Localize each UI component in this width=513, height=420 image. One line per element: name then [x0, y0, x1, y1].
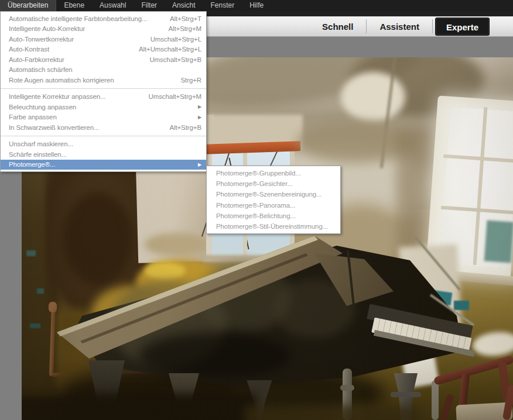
menu-item-label: Automatische intelligente Farbtonbearbei…: [9, 15, 170, 22]
menu-item-automatisch-schaerfen[interactable]: Automatisch schärfen: [1, 65, 206, 75]
menu-item-label: Photomerge®-Belichtung...: [216, 212, 336, 219]
menu-item-auto-kontrast[interactable]: Auto-Kontrast Alt+Umschalt+Strg+L: [1, 44, 206, 55]
menu-item-schaerfe-einstellen[interactable]: Schärfe einstellen...: [1, 149, 206, 160]
menu-item-shortcut: Umschalt+Strg+B: [149, 56, 201, 63]
menu-item-label: Beleuchtung anpassen: [9, 104, 194, 111]
tab-divider: [366, 19, 367, 33]
photomerge-submenu: Photomerge®-Gruppenbild... Photomerge®-G…: [206, 166, 341, 234]
menu-item-label: Unscharf maskieren...: [9, 140, 201, 147]
submenu-item-szenenbereinigung[interactable]: Photomerge®-Szenenbereinigung...: [207, 189, 340, 199]
menu-item-auto-tonwertkorrektur[interactable]: Auto-Tonwertkorrektur Umschalt+Strg+L: [1, 34, 206, 44]
menubar-item-ansicht[interactable]: Ansicht: [165, 0, 203, 11]
menu-item-label: Photomerge®-Panorama...: [216, 202, 336, 209]
menu-item-label: Auto-Tonwertkorrektur: [9, 36, 151, 43]
submenu-arrow-icon: ▶: [198, 115, 201, 120]
submenu-item-gruppenbild[interactable]: Photomerge®-Gruppenbild...: [207, 168, 340, 178]
menu-separator: [1, 88, 206, 89]
submenu-item-gesichter[interactable]: Photomerge®-Gesichter...: [207, 178, 340, 189]
menu-item-intelligente-auto-korrektur[interactable]: Intelligente Auto-Korrektur Alt+Strg+M: [1, 24, 206, 35]
menu-bar: Überarbeiten Ebene Auswahl Filter Ansich…: [0, 0, 513, 11]
menu-item-farbe-anpassen[interactable]: Farbe anpassen ▶: [1, 112, 206, 123]
menu-item-schwarzweiss-konvertieren[interactable]: In Schwarzweiß konvertieren... Alt+Strg+…: [1, 122, 206, 133]
tab-experte[interactable]: Experte: [435, 18, 490, 36]
menu-item-photomerge[interactable]: Photomerge®... ▶: [1, 160, 206, 170]
submenu-item-panorama[interactable]: Photomerge®-Panorama...: [207, 200, 340, 211]
menu-item-shortcut: Alt+Strg+B: [169, 124, 201, 131]
menu-item-label: In Schwarzweiß konvertieren...: [9, 124, 169, 131]
menubar-item-filter[interactable]: Filter: [134, 0, 165, 11]
menu-item-label: Photomerge®-Szenenbereinigung...: [216, 191, 336, 198]
menu-item-unscharf-maskieren[interactable]: Unscharf maskieren...: [1, 139, 206, 150]
menu-item-label: Intelligente Auto-Korrektur: [9, 25, 168, 32]
menubar-item-fenster[interactable]: Fenster: [203, 0, 242, 11]
menu-item-label: Rote Augen automatisch korrigieren: [9, 77, 180, 84]
menu-item-label: Automatisch schärfen: [9, 66, 201, 73]
menu-item-shortcut: Umschalt+Strg+M: [148, 93, 201, 100]
menubar-item-ueberarbeiten[interactable]: Überarbeiten: [0, 0, 56, 11]
app-window: Schnell Assistent Experte Überarbeiten E…: [0, 0, 513, 420]
submenu-arrow-icon: ▶: [198, 104, 201, 109]
menu-item-label: Photomerge®-Gesichter...: [216, 180, 336, 187]
menu-item-beleuchtung-anpassen[interactable]: Beleuchtung anpassen ▶: [1, 102, 206, 112]
submenu-arrow-icon: ▶: [198, 162, 201, 167]
menubar-item-hilfe[interactable]: Hilfe: [242, 0, 271, 11]
menu-item-label: Photomerge®-Gruppenbild...: [216, 170, 336, 177]
menu-separator: [1, 136, 206, 136]
submenu-item-stil-uebereinstimmung[interactable]: Photomerge®-Stil-Übereinstimmung...: [207, 221, 340, 232]
menu-item-label: Photomerge®...: [9, 161, 194, 168]
menu-item-label: Schärfe einstellen...: [9, 151, 201, 158]
menu-item-intelligente-korrektur-anpassen[interactable]: Intelligente Korrektur anpassen... Umsch…: [1, 92, 206, 102]
menu-item-shortcut: Alt+Umschalt+Strg+L: [139, 46, 201, 53]
menu-item-shortcut: Strg+R: [180, 77, 201, 84]
menu-item-label: Auto-Kontrast: [9, 46, 139, 53]
menubar-item-auswahl[interactable]: Auswahl: [92, 0, 134, 11]
menu-item-auto-farbkorrektur[interactable]: Auto-Farbkorrektur Umschalt+Strg+B: [1, 54, 206, 65]
menu-item-auto-farbtonbearbeitung[interactable]: Automatische intelligente Farbtonbearbei…: [1, 13, 206, 24]
submenu-item-belichtung[interactable]: Photomerge®-Belichtung...: [207, 211, 340, 221]
menu-item-rote-augen-korrigieren[interactable]: Rote Augen automatisch korrigieren Strg+…: [1, 75, 206, 85]
menu-item-shortcut: Umschalt+Strg+L: [151, 36, 201, 43]
tab-divider: [432, 19, 433, 33]
menu-item-label: Farbe anpassen: [9, 113, 194, 121]
menu-item-label: Auto-Farbkorrektur: [9, 56, 149, 63]
menu-item-shortcut: Alt+Strg+M: [168, 25, 201, 32]
tab-schnell[interactable]: Schnell: [312, 18, 364, 36]
menubar-item-ebene[interactable]: Ebene: [56, 0, 92, 11]
menu-item-shortcut: Alt+Strg+T: [170, 15, 201, 22]
menu-item-label: Photomerge®-Stil-Übereinstimmung...: [216, 223, 336, 230]
enhance-dropdown-menu: Automatische intelligente Farbtonbearbei…: [0, 11, 207, 172]
menu-item-label: Intelligente Korrektur anpassen...: [9, 93, 148, 100]
tab-assistent[interactable]: Assistent: [369, 18, 430, 36]
